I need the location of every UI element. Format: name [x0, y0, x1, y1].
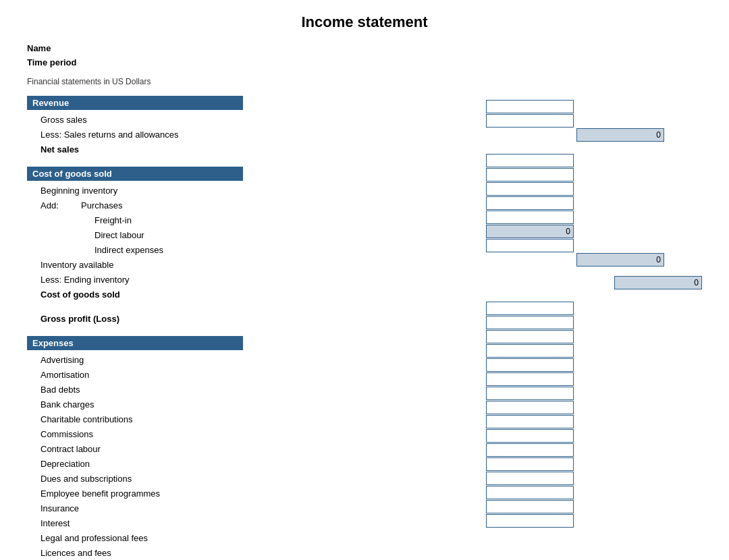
ending-inventory-label: Less: Ending inventory	[40, 273, 130, 287]
gross-profit-row: Gross profit (Loss)	[27, 312, 459, 327]
interest-input[interactable]	[486, 457, 574, 471]
list-item: Cost of goods sold	[27, 287, 459, 302]
subtitle: Financial statements in US Dollars	[27, 77, 459, 86]
advertising-input[interactable]	[486, 302, 574, 315]
sales-returns-label: Less: Sales returns and allowances	[40, 128, 179, 142]
add-label: Add:	[40, 199, 81, 213]
licences-fees-input[interactable]	[486, 486, 574, 499]
list-item: Licences and fees	[27, 546, 459, 560]
list-item: Net sales	[27, 142, 459, 157]
list-item: Less: Ending inventory	[27, 273, 459, 287]
list-item: Bad debts	[27, 383, 459, 397]
time-period-label: Time period	[27, 56, 459, 70]
direct-labour-label: Direct labour	[94, 229, 144, 242]
list-item: Inventory available	[27, 258, 459, 273]
list-item: Charitable contributions	[27, 412, 459, 427]
gross-profit-value: 0	[614, 276, 702, 289]
list-item: Beginning inventory	[27, 184, 459, 198]
gross-profit-label: Gross profit (Loss)	[40, 312, 119, 326]
indirect-expenses-label: Indirect expenses	[94, 244, 163, 257]
list-item: Indirect expenses	[27, 243, 459, 258]
cogs-value: 0	[576, 253, 664, 267]
list-item: Interest	[27, 516, 459, 531]
amortisation-input[interactable]	[486, 316, 574, 329]
expenses-inputs	[486, 302, 702, 528]
employee-benefit-input[interactable]	[486, 429, 574, 443]
list-item: Dues and subscriptions	[27, 472, 459, 486]
freight-in-input[interactable]	[486, 182, 574, 196]
ending-inventory-input[interactable]	[486, 239, 574, 252]
list-item: Depreciation	[27, 457, 459, 472]
sales-returns-input[interactable]	[486, 114, 574, 128]
list-item: Direct labour	[27, 228, 459, 243]
gross-profit-right: 0	[486, 276, 702, 289]
expenses-header: Expenses	[27, 336, 243, 350]
list-item: Advertising	[27, 353, 459, 368]
page-title: Income statement	[27, 13, 702, 31]
right-panel: 0 0	[486, 42, 702, 560]
list-item: Employee benefit programmes	[27, 486, 459, 501]
miscellaneous-input[interactable]	[486, 500, 574, 513]
inventory-available-label: Inventory available	[40, 258, 113, 272]
inventory-available-value: 0	[486, 225, 574, 238]
list-item: Commissions	[27, 427, 459, 442]
direct-labour-input[interactable]	[486, 196, 574, 210]
list-item: Bank charges	[27, 397, 459, 412]
legal-fees-input[interactable]	[486, 472, 574, 485]
net-sales-label: Net sales	[40, 143, 79, 157]
depreciation-input[interactable]	[486, 401, 574, 414]
list-item: Freight-in	[27, 213, 459, 228]
revenue-inputs: 0	[486, 100, 702, 142]
cogs-inputs: 0 0	[486, 154, 702, 267]
left-panel: Name Time period Financial statements in…	[27, 42, 459, 560]
list-item: Legal and professional fees	[27, 531, 459, 546]
contract-labour-input[interactable]	[486, 387, 574, 400]
indirect-expenses-input[interactable]	[486, 211, 574, 224]
bank-charges-input[interactable]	[486, 344, 574, 358]
beginning-inventory-label: Beginning inventory	[40, 184, 117, 198]
list-item: Add: Purchases	[27, 198, 459, 213]
cogs-label: Cost of goods sold	[40, 288, 120, 302]
list-item: Less: Sales returns and allowances	[27, 128, 459, 142]
list-item: Contract labour	[27, 442, 459, 457]
net-sales-value: 0	[576, 128, 664, 142]
dues-subscriptions-input[interactable]	[486, 415, 574, 428]
charitable-contributions-input[interactable]	[486, 358, 574, 372]
list-item: Gross sales	[27, 113, 459, 128]
gross-sales-label: Gross sales	[40, 113, 87, 127]
gross-sales-input[interactable]	[486, 100, 574, 113]
list-item: Amortisation	[27, 368, 459, 383]
commissions-input[interactable]	[486, 372, 574, 386]
freight-in-label: Freight-in	[94, 214, 132, 227]
list-item: Insurance	[27, 501, 459, 516]
bad-debts-input[interactable]	[486, 330, 574, 343]
purchases-label: Purchases	[81, 199, 122, 213]
beginning-inventory-input[interactable]	[486, 154, 574, 167]
insurance-input[interactable]	[486, 443, 574, 457]
cogs-header: Cost of goods sold	[27, 167, 243, 181]
revenue-header: Revenue	[27, 96, 243, 110]
name-label: Name	[27, 42, 459, 56]
office-expenses-input[interactable]	[486, 514, 574, 528]
purchases-input[interactable]	[486, 168, 574, 181]
